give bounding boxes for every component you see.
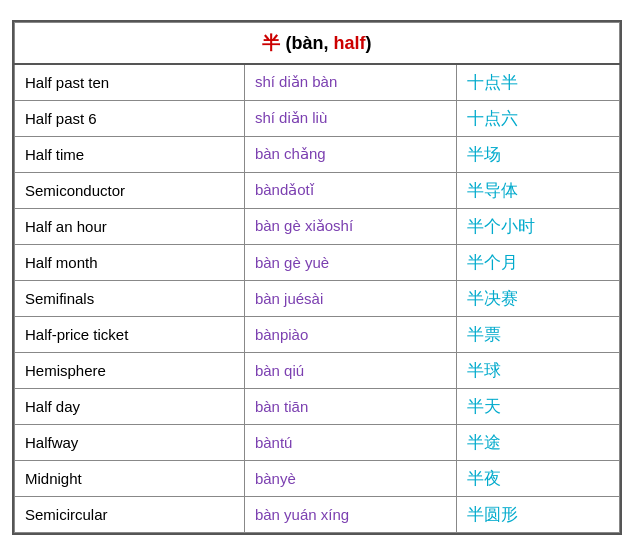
cell-pinyin: bàntú — [244, 424, 456, 460]
cell-chinese: 半途 — [456, 424, 619, 460]
cell-english: Half past 6 — [15, 100, 245, 136]
table-row: Hemispherebàn qiú半球 — [15, 352, 620, 388]
cell-pinyin: bàndǎotǐ — [244, 172, 456, 208]
table-row: Semiconductorbàndǎotǐ半导体 — [15, 172, 620, 208]
cell-chinese: 半导体 — [456, 172, 619, 208]
table-row: Semicircularbàn yuán xíng半圆形 — [15, 496, 620, 532]
cell-pinyin: bàn tiān — [244, 388, 456, 424]
cell-chinese: 十点半 — [456, 64, 619, 101]
cell-chinese: 半个小时 — [456, 208, 619, 244]
cell-pinyin: shí diǎn liù — [244, 100, 456, 136]
cell-pinyin: bàn yuán xíng — [244, 496, 456, 532]
cell-english: Half day — [15, 388, 245, 424]
cell-chinese: 半夜 — [456, 460, 619, 496]
cell-pinyin: bàn chǎng — [244, 136, 456, 172]
cell-chinese: 半票 — [456, 316, 619, 352]
table-row: Midnightbànyè半夜 — [15, 460, 620, 496]
cell-english: Half month — [15, 244, 245, 280]
cell-pinyin: bàn gè xiǎoshí — [244, 208, 456, 244]
cell-chinese: 半天 — [456, 388, 619, 424]
cell-pinyin: shí diǎn bàn — [244, 64, 456, 101]
cell-english: Half an hour — [15, 208, 245, 244]
cell-english: Half-price ticket — [15, 316, 245, 352]
cell-chinese: 半圆形 — [456, 496, 619, 532]
cell-pinyin: bàn juésài — [244, 280, 456, 316]
cell-english: Semifinals — [15, 280, 245, 316]
table-row: Half-price ticketbànpiào半票 — [15, 316, 620, 352]
cell-chinese: 十点六 — [456, 100, 619, 136]
cell-english: Hemisphere — [15, 352, 245, 388]
cell-english: Half time — [15, 136, 245, 172]
table-row: Half daybàn tiān半天 — [15, 388, 620, 424]
cell-chinese: 半个月 — [456, 244, 619, 280]
table-row: Semifinalsbàn juésài半决赛 — [15, 280, 620, 316]
cell-pinyin: bàn gè yuè — [244, 244, 456, 280]
table-header: 半 (bàn, half) — [15, 22, 620, 64]
cell-pinyin: bànyè — [244, 460, 456, 496]
table-row: Half timebàn chǎng半场 — [15, 136, 620, 172]
table-row: Halfwaybàntú半途 — [15, 424, 620, 460]
cell-english: Half past ten — [15, 64, 245, 101]
table-row: Half past tenshí diǎn bàn十点半 — [15, 64, 620, 101]
cell-pinyin: bànpiào — [244, 316, 456, 352]
cell-chinese: 半场 — [456, 136, 619, 172]
cell-english: Halfway — [15, 424, 245, 460]
table-row: Half an hourbàn gè xiǎoshí半个小时 — [15, 208, 620, 244]
table-row: Half monthbàn gè yuè半个月 — [15, 244, 620, 280]
cell-english: Midnight — [15, 460, 245, 496]
cell-pinyin: bàn qiú — [244, 352, 456, 388]
table-row: Half past 6shí diǎn liù十点六 — [15, 100, 620, 136]
cell-english: Semiconductor — [15, 172, 245, 208]
cell-english: Semicircular — [15, 496, 245, 532]
vocabulary-table: 半 (bàn, half) Half past tenshí diǎn bàn十… — [12, 20, 622, 535]
cell-chinese: 半球 — [456, 352, 619, 388]
cell-chinese: 半决赛 — [456, 280, 619, 316]
